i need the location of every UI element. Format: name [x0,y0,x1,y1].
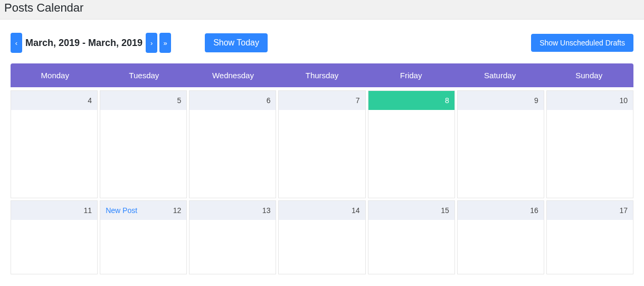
day-cell-body [100,220,186,274]
next-double-button[interactable]: » [159,33,171,53]
header-bar: Posts Calendar [0,0,644,20]
day-cell[interactable]: 13 [189,200,276,274]
day-header-sunday: Sunday [544,63,633,87]
day-cell-header: 6 [190,91,276,110]
day-number: 17 [619,206,628,215]
day-cell-header: 11 [11,201,97,220]
day-cell-header: New Post 12 [100,201,186,220]
day-header-saturday: Saturday [456,63,545,87]
day-header-monday: Monday [11,63,100,87]
day-number: 14 [352,206,360,215]
day-number: 8 [445,96,449,105]
show-today-button[interactable]: Show Today [205,33,268,52]
day-number: 6 [267,96,271,105]
day-cell[interactable]: 16 [457,200,544,274]
day-cell[interactable]: 5 [100,90,187,198]
day-cell-header: 17 [547,201,633,220]
day-number: 9 [534,96,538,105]
day-cell-body [458,110,544,198]
day-cell-body [368,110,454,198]
day-cell-today[interactable]: 8 [368,90,455,198]
day-cell-header: 7 [279,91,365,110]
toolbar: ‹ March, 2019 - March, 2019 › » Show Tod… [0,20,644,63]
day-cell[interactable]: 6 [189,90,276,198]
day-number: 15 [441,206,449,215]
day-cell[interactable]: 10 [546,90,633,198]
prev-button[interactable]: ‹ [11,33,22,53]
day-cell-body [11,110,97,198]
day-cell-header: 5 [100,91,186,110]
calendar-header: Monday Tuesday Wednesday Thursday Friday… [11,63,633,87]
page-title: Posts Calendar [4,1,640,15]
day-cell[interactable]: 9 [457,90,544,198]
day-number: 10 [619,96,628,105]
day-cell[interactable]: 11 [11,200,98,274]
day-cell-header: 10 [547,91,633,110]
day-cell-body [190,110,276,198]
day-number: 4 [88,96,92,105]
day-cell[interactable]: 4 [11,90,98,198]
day-cell[interactable]: 7 [278,90,365,198]
day-cell-header: 4 [11,91,97,110]
day-cell-body [368,220,454,274]
day-header-friday: Friday [366,63,456,87]
day-cell-header: 9 [458,91,544,110]
day-cell-body [279,110,365,198]
next-button[interactable]: › [146,33,157,53]
day-cell[interactable]: 14 [278,200,365,274]
post-event[interactable]: New Post [106,206,137,215]
day-cell[interactable]: New Post 12 [100,200,187,274]
toolbar-left: ‹ March, 2019 - March, 2019 › » Show Tod… [11,33,268,53]
calendar-body: 4 5 6 7 8 [11,90,633,274]
day-cell-body [190,220,276,274]
show-unscheduled-drafts-button[interactable]: Show Unscheduled Drafts [531,34,633,52]
day-number: 13 [262,206,271,215]
day-cell-body [547,220,633,274]
day-cell-header: 13 [190,201,276,220]
day-cell-header: 14 [279,201,365,220]
toolbar-right: Show Unscheduled Drafts [531,34,633,52]
day-cell-header: 8 [368,91,454,110]
day-cell-body [100,110,186,198]
day-number: 11 [84,206,92,215]
day-header-thursday: Thursday [278,63,367,87]
day-cell[interactable]: 15 [368,200,455,274]
day-cell-body [11,220,97,274]
day-cell-header: 15 [368,201,454,220]
day-header-wednesday: Wednesday [188,63,278,87]
day-number: 12 [173,206,182,215]
day-cell-header: 16 [458,201,544,220]
date-range: March, 2019 - March, 2019 [24,38,144,49]
day-cell-body [279,220,365,274]
day-number: 5 [177,96,181,105]
day-header-tuesday: Tuesday [100,63,189,87]
day-cell[interactable]: 17 [546,200,633,274]
day-cell-body [458,220,544,274]
day-cell-body [547,110,633,198]
calendar: Monday Tuesday Wednesday Thursday Friday… [0,63,644,274]
day-number: 7 [356,96,360,105]
day-number: 16 [530,206,538,215]
